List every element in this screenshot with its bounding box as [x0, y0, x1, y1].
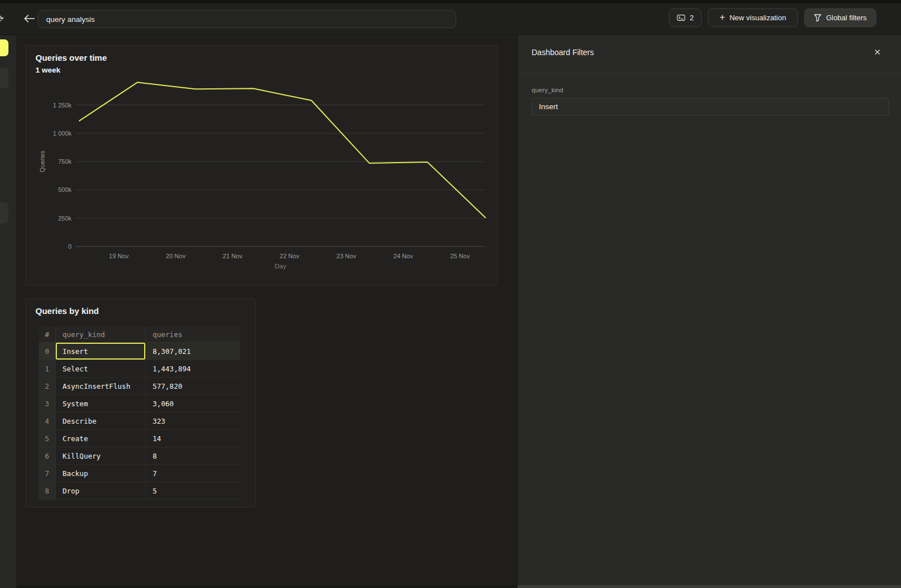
query-kind-filter-input[interactable] — [532, 98, 889, 115]
left-sidebar — [0, 35, 17, 588]
table-row: 6KillQuery8 — [39, 447, 240, 465]
queries-value-cell[interactable]: 7 — [146, 465, 240, 482]
table-row: 3System3,060 — [39, 395, 240, 412]
query-kind-cell[interactable]: System — [56, 395, 146, 412]
queries-value-cell[interactable]: 323 — [146, 412, 240, 430]
table-row: 0Insert8,307,021 — [39, 343, 240, 360]
table-title: Queries by kind — [35, 306, 99, 316]
table-row: 7Backup7 — [39, 465, 240, 482]
query-kind-cell[interactable]: Create — [56, 430, 146, 447]
svg-text:500k: 500k — [58, 186, 72, 193]
svg-text:19 Nov: 19 Nov — [109, 253, 129, 259]
svg-text:0: 0 — [68, 243, 72, 250]
filters-panel-title: Dashboard Filters — [532, 48, 594, 57]
sidebar-dashboard-tile[interactable] — [0, 68, 8, 88]
query-kind-cell[interactable]: Describe — [56, 412, 146, 430]
row-index-cell: 6 — [39, 447, 56, 465]
queries-value-cell[interactable]: 8,307,021 — [146, 343, 240, 360]
top-toolbar: 2 + New visualization Global filters — [0, 3, 901, 35]
close-icon: ✕ — [874, 47, 881, 57]
svg-text:750k: 750k — [58, 158, 72, 165]
queries-table: # query_kind queries 0Insert8,307,0211Se… — [39, 327, 240, 500]
table-header-row: # query_kind queries — [39, 327, 240, 343]
terminal-icon — [677, 14, 685, 22]
global-filters-label: Global filters — [826, 14, 867, 22]
dashboard-filters-panel: Dashboard Filters ✕ query_kind — [518, 35, 901, 585]
new-visualization-label: New visualization — [729, 14, 786, 22]
svg-text:Day: Day — [275, 263, 287, 270]
funnel-icon — [814, 14, 822, 22]
query-kind-cell[interactable]: AsyncInsertFlush — [56, 378, 146, 395]
queries-table-body: 0Insert8,307,0211Select1,443,8942AsyncIn… — [39, 343, 240, 500]
new-visualization-button[interactable]: + New visualization — [708, 8, 798, 27]
bottom-edge-right — [518, 585, 901, 588]
column-header-index[interactable]: # — [39, 327, 56, 343]
queries-value-cell[interactable]: 3,060 — [146, 395, 240, 412]
svg-text:250k: 250k — [58, 215, 72, 222]
sidebar-dashboard-tile[interactable] — [0, 202, 8, 223]
row-index-cell: 3 — [39, 395, 56, 412]
svg-text:1 000k: 1 000k — [53, 130, 72, 137]
row-index-cell: 1 — [39, 360, 56, 378]
table-row: 2AsyncInsertFlush577,820 — [39, 378, 240, 395]
row-index-cell: 7 — [39, 465, 56, 482]
sidebar-active-dashboard-tile[interactable] — [0, 39, 8, 56]
table-row: 8Drop5 — [39, 482, 240, 500]
query-kind-cell[interactable]: Backup — [56, 465, 146, 482]
svg-text:21 Nov: 21 Nov — [223, 253, 243, 259]
svg-text:20 Nov: 20 Nov — [166, 253, 186, 259]
history-icon[interactable]: ⟳ — [0, 13, 13, 25]
queries-value-cell[interactable]: 14 — [146, 430, 240, 447]
queries-value-cell[interactable]: 1,443,894 — [146, 360, 240, 378]
svg-text:1 250k: 1 250k — [53, 102, 72, 109]
close-filters-button[interactable]: ✕ — [871, 46, 884, 59]
dashboard-title-input[interactable] — [38, 10, 456, 28]
filter-field-label: query_kind — [532, 87, 563, 93]
plus-icon: + — [720, 12, 725, 23]
global-filters-button[interactable]: Global filters — [804, 8, 876, 27]
query-kind-cell[interactable]: KillQuery — [56, 447, 146, 465]
table-row: 1Select1,443,894 — [39, 360, 240, 378]
bottom-edge-left — [0, 585, 518, 588]
queries-over-time-card[interactable]: Queries over time 1 week 0250k500k750k1 … — [25, 45, 498, 286]
svg-text:23 Nov: 23 Nov — [337, 253, 356, 259]
arrow-left-icon — [24, 15, 35, 23]
svg-text:22 Nov: 22 Nov — [280, 253, 300, 259]
svg-text:Queries: Queries — [39, 150, 46, 172]
table-row: 5Create14 — [39, 430, 240, 447]
query-kind-cell[interactable]: Insert — [56, 343, 146, 360]
column-header-queries[interactable]: queries — [146, 327, 240, 343]
queries-value-cell[interactable]: 577,820 — [146, 378, 240, 395]
console-count-button[interactable]: 2 — [669, 8, 702, 27]
queries-value-cell[interactable]: 5 — [146, 482, 240, 500]
row-index-cell: 8 — [39, 482, 56, 500]
row-index-cell: 0 — [39, 343, 56, 360]
query-kind-cell[interactable]: Drop — [56, 482, 146, 500]
row-index-cell: 5 — [39, 430, 56, 447]
dashboard-canvas: Queries over time 1 week 0250k500k750k1 … — [17, 35, 518, 585]
column-header-query-kind[interactable]: query_kind — [56, 327, 146, 343]
console-count: 2 — [690, 14, 694, 22]
row-index-cell: 4 — [39, 412, 56, 430]
filters-panel-header: Dashboard Filters ✕ — [518, 35, 901, 74]
back-button[interactable] — [21, 11, 37, 27]
row-index-cell: 2 — [39, 378, 56, 395]
app-window: 2 + New visualization Global filters ⟳ Q… — [0, 0, 901, 588]
queries-line-chart: 0250k500k750k1 000k1 250k19 Nov20 Nov21 … — [26, 46, 497, 276]
table-row: 4Describe323 — [39, 412, 240, 430]
svg-text:24 Nov: 24 Nov — [394, 253, 413, 259]
svg-text:25 Nov: 25 Nov — [450, 253, 470, 259]
query-kind-cell[interactable]: Select — [56, 360, 146, 378]
queries-value-cell[interactable]: 8 — [146, 447, 240, 465]
queries-by-kind-card[interactable]: Queries by kind # query_kind queries 0In… — [25, 298, 256, 508]
